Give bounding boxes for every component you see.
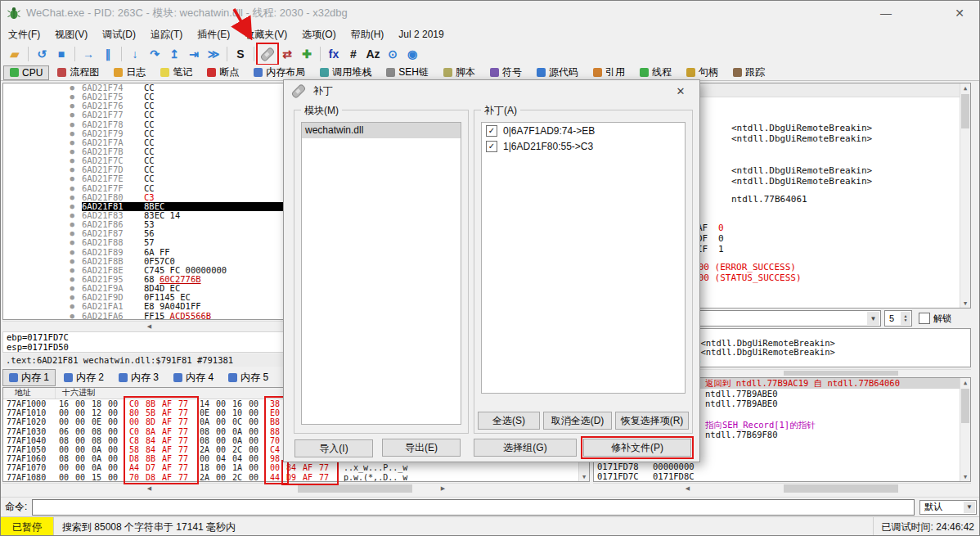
scroll-up-arrow[interactable]: ▲ [960, 378, 970, 387]
breakpoint-dot[interactable]: ● [3, 257, 82, 266]
menu-item-5[interactable]: 收藏夹(V) [237, 25, 294, 44]
chevron-down-icon[interactable]: ▼ [867, 312, 879, 325]
breakpoint-dot[interactable]: ● [3, 312, 82, 320]
az-icon[interactable]: Az [364, 45, 382, 63]
menu-item-4[interactable]: 插件(E) [190, 25, 237, 44]
tab-threads[interactable]: 线程 [633, 64, 678, 81]
tab-references[interactable]: 引用 [587, 64, 632, 81]
patch-list-item[interactable]: ✓1|6AD21F80:55->C3 [482, 138, 685, 154]
breakpoint-dot[interactable]: ● [3, 284, 82, 293]
favourites-icon[interactable]: ✚ [298, 45, 316, 63]
scroll-thumb[interactable] [961, 94, 969, 128]
tab-handles[interactable]: 句柄 [680, 64, 725, 81]
patch-list[interactable]: ✓0|6A7F1AD9:74->EB✓1|6AD21F80:55->C3 [481, 122, 686, 394]
scroll-left-arrow[interactable]: ◀ [2, 484, 296, 493]
memory-tab-3[interactable]: 内存 3 [112, 369, 165, 386]
deselect-all-button[interactable]: 取消全选(D) [543, 412, 612, 430]
breakpoint-dot[interactable]: ● [3, 229, 82, 238]
stack-row[interactable]: 0171FD7800000000 [594, 462, 970, 472]
menu-item-7[interactable]: 帮助(H) [344, 25, 392, 44]
animate-icon[interactable]: ≫ [205, 45, 223, 63]
scroll-down-arrow[interactable]: ▼ [960, 299, 970, 308]
breakpoint-dot[interactable]: ● [3, 129, 82, 138]
unlock-option[interactable]: 解锁 [919, 313, 951, 325]
scroll-left-arrow[interactable]: ◀ [593, 484, 782, 493]
dump-hscrollbar[interactable]: ◀ ▶ [2, 483, 590, 493]
command-input[interactable] [32, 499, 915, 516]
tab-source[interactable]: 源代码 [530, 64, 585, 81]
tab-notes[interactable]: 笔记 [154, 64, 199, 81]
menu-item-3[interactable]: 追踪(T) [143, 25, 190, 44]
close-button[interactable]: ✕ [942, 1, 978, 25]
run-icon[interactable]: → [79, 45, 97, 63]
module-list[interactable]: wechatwin.dll [301, 122, 461, 425]
breakpoint-dot[interactable]: ● [3, 202, 82, 211]
menu-item-2[interactable]: 调试(D) [95, 25, 143, 44]
breakpoint-dot[interactable]: ● [3, 147, 82, 156]
import-button[interactable]: 导入(I) [294, 439, 373, 457]
export-button[interactable]: 导出(E) [382, 439, 461, 457]
tab-graph[interactable]: 流程图 [51, 64, 106, 81]
scroll-thumb[interactable] [961, 389, 969, 423]
tab-cpu[interactable]: CPU [3, 65, 49, 80]
stack-row[interactable]: 0171FD7C0171FD8C [594, 471, 970, 482]
tab-trace[interactable]: 跟踪 [726, 64, 771, 81]
breakpoint-dot[interactable]: ● [3, 266, 82, 275]
menu-item-0[interactable]: 文件(F) [1, 25, 47, 44]
breakpoint-dot[interactable]: ● [3, 302, 82, 311]
tab-script[interactable]: 脚本 [437, 64, 482, 81]
memory-tab-4[interactable]: 内存 4 [167, 369, 220, 386]
spinner-arrows-icon[interactable]: ▲▼ [901, 312, 910, 325]
scroll-thumb[interactable] [784, 484, 898, 493]
dump-row[interactable]: 77AF10800000150070D8AF772A002C0044D9AF77… [3, 473, 589, 482]
breakpoint-dot[interactable]: ● [3, 275, 82, 284]
tab-breakpoints[interactable]: 断点 [200, 64, 245, 81]
memory-tab-5[interactable]: 内存 5 [222, 369, 275, 386]
strings-icon[interactable]: S [232, 45, 249, 63]
restore-selection-button[interactable]: 恢复选择项(R) [615, 412, 689, 430]
patch-checkbox[interactable]: ✓ [486, 141, 497, 152]
minimize-button[interactable]: — [868, 1, 904, 25]
select-group-button[interactable]: 选择组(G) [474, 439, 577, 457]
breakpoint-dot[interactable]: ● [3, 92, 82, 101]
patch-icon[interactable] [258, 45, 276, 63]
run-to-user-icon[interactable]: ⇥ [185, 45, 203, 63]
breakpoint-dot[interactable]: ● [3, 193, 82, 202]
unlock-checkbox[interactable] [919, 313, 930, 324]
scroll-track[interactable] [960, 387, 970, 472]
tab-log[interactable]: 日志 [107, 64, 152, 81]
breakpoint-dot[interactable]: ● [3, 138, 82, 147]
step-out-icon[interactable]: ↥ [165, 45, 183, 63]
menu-item-1[interactable]: 视图(V) [47, 25, 95, 44]
memory-tab-1[interactable]: 内存 1 [2, 369, 56, 386]
select-all-button[interactable]: 全选(S) [478, 412, 540, 430]
scroll-down-arrow[interactable]: ▼ [579, 472, 589, 481]
menu-item-6[interactable]: 选项(O) [294, 25, 343, 44]
tab-memory-map[interactable]: 内存布局 [247, 64, 312, 81]
patch-dialog-title-bar[interactable]: 补丁 ✕ [284, 80, 699, 101]
open-file-icon[interactable]: ▰ [6, 45, 24, 63]
breakpoint-dot[interactable]: ● [3, 165, 82, 174]
stack-hscrollbar[interactable]: ◀ ▶ [593, 483, 971, 493]
scroll-thumb[interactable] [298, 484, 412, 493]
hash-icon[interactable]: # [344, 45, 362, 63]
find-strings-icon[interactable]: ⊙ [384, 45, 402, 63]
breakpoint-dot[interactable]: ● [3, 110, 82, 119]
tab-call-stack[interactable]: 调用堆栈 [313, 64, 378, 81]
patch-file-button[interactable]: 修补文件(P) [583, 439, 691, 457]
patch-checkbox[interactable]: ✓ [486, 125, 497, 137]
scroll-left-arrow[interactable]: ◀ [2, 322, 296, 331]
restart-icon[interactable]: ↺ [33, 45, 51, 63]
step-into-icon[interactable]: ↓ [126, 45, 144, 63]
pause-icon[interactable]: ∥ [99, 45, 117, 63]
step-over-icon[interactable]: ↷ [146, 45, 164, 63]
scroll-down-arrow[interactable]: ▼ [960, 472, 970, 481]
menu-item-8[interactable]: Jul 2 2019 [391, 26, 451, 43]
memory-tab-2[interactable]: 内存 2 [57, 369, 110, 386]
breakpoint-dot[interactable]: ● [3, 293, 82, 302]
breakpoint-dot[interactable]: ● [3, 211, 82, 220]
stop-icon[interactable]: ■ [52, 45, 70, 63]
breakpoint-dot[interactable]: ● [3, 248, 82, 257]
argument-count-spinner[interactable]: 5 ▲▼ [884, 310, 912, 327]
breakpoint-dot[interactable]: ● [3, 156, 82, 165]
